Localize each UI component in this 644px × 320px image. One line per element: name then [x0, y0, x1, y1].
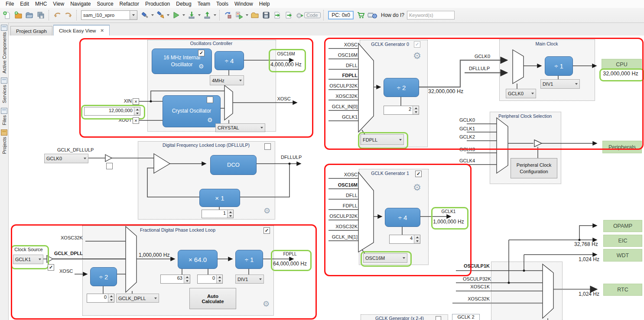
keyword-search-input[interactable] [407, 11, 455, 19]
auto-calculate-button[interactable]: AutoCalculate [189, 288, 236, 309]
fdpll-prediv-block[interactable]: ÷ 2 [90, 267, 117, 286]
mainclock-divider-block[interactable]: ÷ 1 [545, 56, 573, 76]
chevron-down-icon[interactable] [130, 11, 137, 19]
gear-icon[interactable] [207, 117, 213, 123]
menu-tools[interactable]: Tools [213, 0, 231, 7]
cart-icon[interactable] [356, 10, 366, 20]
new-file-icon[interactable] [2, 10, 12, 20]
spinner-buttons[interactable] [108, 294, 114, 302]
menu-source[interactable]: Source [94, 0, 117, 7]
undo-icon[interactable] [52, 10, 62, 20]
save-icon[interactable] [261, 10, 271, 20]
gear-icon[interactable] [198, 63, 204, 69]
tab-project-graph[interactable]: Project Graph [10, 26, 52, 36]
dfll-mult-input[interactable]: 1 [202, 210, 234, 218]
menu-edit[interactable]: Edit [17, 0, 32, 7]
fdpll-div-select[interactable]: DIV1 [235, 275, 264, 284]
xout-pin-checkbox[interactable] [133, 117, 139, 124]
gclkgen0-div-input[interactable]: 2 [384, 106, 419, 115]
menu-refactor[interactable]: Refactor [117, 0, 142, 7]
menu-window[interactable]: Window [231, 0, 256, 7]
generate-code-gear-icon[interactable] [295, 10, 305, 20]
open-project-icon[interactable] [24, 10, 35, 20]
osc16m-freq-select[interactable]: 4MHz [210, 75, 244, 85]
mainclock-source-select[interactable]: GCLK0 [506, 89, 536, 98]
gclkgen0-divider-block[interactable]: ÷ 2 [384, 78, 419, 97]
gclkgen0-source-select[interactable]: FDPLL [361, 134, 404, 145]
folder-icon[interactable] [250, 10, 260, 20]
run-dropdown-icon[interactable] [182, 14, 185, 16]
menu-mhc[interactable]: MHC [32, 0, 50, 7]
spinner-buttons[interactable] [414, 235, 420, 243]
gear-icon[interactable] [413, 51, 421, 60]
fdpll-source-select[interactable]: GCLK1 [13, 255, 43, 264]
fdpll-multiplier-block[interactable]: × 64.0 [178, 250, 218, 269]
sidebar-item-projects[interactable]: Projects [1, 129, 7, 154]
dfll-enable-checkbox[interactable] [264, 143, 271, 150]
xin-freq-input[interactable]: 12,000,000 [84, 107, 140, 116]
fdpll-prediv-input[interactable]: 0 [87, 294, 114, 303]
osc16m-divider-block[interactable]: ÷ 4 [215, 51, 244, 70]
spinner-buttons[interactable] [216, 275, 222, 283]
fdpll-mux-select[interactable]: GCLK_DPLL [116, 294, 159, 303]
fdpll-mult-int-input[interactable]: 63 [160, 275, 190, 284]
clean-build-dropdown-icon[interactable] [167, 14, 169, 16]
device-globe-icon[interactable] [367, 10, 377, 20]
refresh-debug-tool-icon[interactable] [223, 10, 233, 20]
gear-icon[interactable] [413, 183, 421, 192]
dfll-multiplier-block[interactable]: × 1 [199, 189, 240, 207]
sidebar-item-files[interactable]: Files [1, 108, 7, 125]
peripheral-clock-config-button[interactable]: Peripheral Clock Configuration [511, 158, 557, 178]
gclkgen0-enable-checkbox[interactable] [414, 41, 420, 48]
xin-pin-checkbox[interactable] [133, 98, 139, 105]
dfll-buffer-checkbox[interactable] [106, 163, 113, 169]
read-device-icon[interactable] [202, 10, 212, 20]
gclkgen1-div-input[interactable]: 4 [389, 235, 420, 244]
spinner-buttons[interactable] [184, 275, 190, 283]
spinner-buttons[interactable] [413, 106, 419, 114]
close-icon[interactable] [100, 28, 104, 33]
gclkgen1-source-select[interactable]: OSC16M [363, 253, 407, 263]
crystal-oscillator-enable-checkbox[interactable] [207, 97, 213, 103]
fdpll-postdiv-block[interactable]: ÷ 1 [235, 250, 263, 269]
spinner-buttons[interactable] [227, 210, 233, 218]
menu-team[interactable]: Team [195, 0, 213, 7]
generate-code-label[interactable]: Code [304, 12, 321, 18]
make-program-icon[interactable] [186, 10, 197, 20]
make-program-dropdown-icon[interactable] [198, 14, 201, 16]
menu-file[interactable]: File [3, 0, 17, 7]
gclkgen24-enable-checkbox[interactable] [436, 316, 441, 320]
gclkgen1-enable-checkbox[interactable] [415, 171, 422, 177]
clean-build-icon[interactable] [155, 10, 166, 20]
new-project-icon[interactable] [13, 10, 23, 20]
pm3-dropdown-icon[interactable] [246, 14, 248, 16]
run-icon[interactable] [171, 10, 181, 20]
pm3-program-icon[interactable] [234, 10, 244, 20]
read-device-dropdown-icon[interactable] [214, 14, 216, 16]
menu-help[interactable]: Help [256, 0, 273, 7]
menu-navigate[interactable]: Navigate [67, 0, 94, 7]
gear-icon[interactable] [263, 207, 270, 215]
export-hex-icon[interactable] [272, 10, 283, 20]
gclk2-tab[interactable]: GCLK 2 [452, 314, 480, 320]
build-icon[interactable] [140, 10, 150, 20]
menu-view[interactable]: View [50, 0, 67, 7]
fdpll-mult-frac-input[interactable]: 0 [197, 275, 223, 284]
sidebar-item-services[interactable]: Services [1, 78, 7, 103]
spinner-buttons[interactable] [134, 107, 140, 115]
menu-production[interactable]: Production [142, 0, 173, 7]
redo-icon[interactable] [63, 10, 74, 20]
fdpll-enable-checkbox[interactable] [263, 227, 270, 234]
dfll-source-select[interactable]: GCLK0 [44, 154, 88, 163]
menu-debug[interactable]: Debug [173, 0, 194, 7]
dco-block[interactable]: DCO [210, 155, 257, 175]
project-combobox[interactable]: sam_l10_xpro [81, 10, 137, 20]
gclkgen1-divider-block[interactable]: ÷ 4 [385, 208, 420, 227]
sidebar-item-active-components[interactable]: Active Components [1, 25, 7, 73]
import-hex-icon[interactable] [283, 10, 294, 20]
mainclock-div-select[interactable]: DIV1 [540, 79, 580, 89]
fdpll-buffer-checkbox[interactable] [48, 264, 54, 271]
crystal-mode-select[interactable]: CRYSTAL [215, 123, 265, 132]
internal-oscillator-enable-checkbox[interactable] [198, 50, 205, 56]
save-all-icon[interactable] [36, 10, 46, 20]
